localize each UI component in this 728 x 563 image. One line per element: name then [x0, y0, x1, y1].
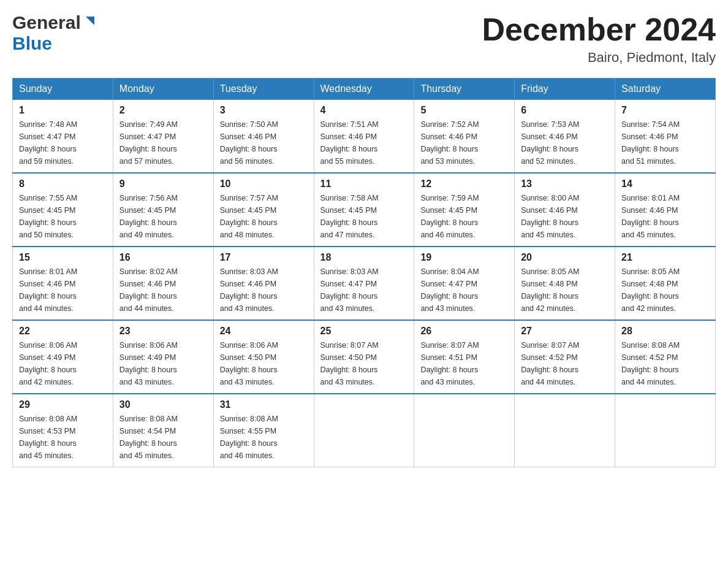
- day-number: 21: [621, 252, 709, 263]
- calendar-cell: 21Sunrise: 8:05 AMSunset: 4:48 PMDayligh…: [615, 247, 716, 320]
- day-number: 28: [621, 326, 709, 337]
- day-number: 18: [320, 252, 408, 263]
- day-info: Sunrise: 8:01 AMSunset: 4:46 PMDaylight:…: [19, 266, 107, 315]
- calendar-cell: 14Sunrise: 8:01 AMSunset: 4:46 PMDayligh…: [615, 173, 716, 247]
- calendar-week-row: 15Sunrise: 8:01 AMSunset: 4:46 PMDayligh…: [13, 247, 716, 320]
- calendar-cell: 6Sunrise: 7:53 AMSunset: 4:46 PMDaylight…: [515, 100, 615, 174]
- logo: General Blue: [12, 12, 94, 54]
- day-number: 8: [19, 178, 107, 190]
- day-info: Sunrise: 8:06 AMSunset: 4:49 PMDaylight:…: [119, 339, 207, 388]
- calendar-cell: [615, 394, 716, 467]
- calendar-cell: 13Sunrise: 8:00 AMSunset: 4:46 PMDayligh…: [515, 173, 615, 247]
- day-number: 2: [119, 105, 207, 116]
- calendar-cell: 15Sunrise: 8:01 AMSunset: 4:46 PMDayligh…: [13, 247, 113, 320]
- day-number: 3: [220, 105, 308, 116]
- day-info: Sunrise: 7:50 AMSunset: 4:46 PMDaylight:…: [220, 118, 308, 167]
- day-number: 13: [521, 178, 609, 190]
- day-number: 17: [220, 252, 308, 263]
- day-info: Sunrise: 7:51 AMSunset: 4:46 PMDaylight:…: [320, 118, 408, 167]
- day-info: Sunrise: 8:01 AMSunset: 4:46 PMDaylight:…: [621, 192, 709, 241]
- day-number: 6: [521, 105, 609, 116]
- day-number: 25: [320, 326, 408, 337]
- day-info: Sunrise: 7:49 AMSunset: 4:47 PMDaylight:…: [119, 118, 207, 167]
- day-number: 24: [220, 326, 308, 337]
- day-info: Sunrise: 8:04 AMSunset: 4:47 PMDaylight:…: [420, 266, 508, 315]
- weekday-header-monday: Monday: [113, 79, 213, 100]
- calendar-week-row: 8Sunrise: 7:55 AMSunset: 4:45 PMDaylight…: [13, 173, 716, 247]
- day-number: 5: [420, 105, 508, 116]
- day-number: 10: [220, 178, 308, 190]
- day-number: 26: [420, 326, 508, 337]
- calendar-cell: 26Sunrise: 8:07 AMSunset: 4:51 PMDayligh…: [414, 320, 515, 394]
- calendar-cell: [314, 394, 414, 467]
- day-number: 23: [119, 326, 207, 337]
- calendar-cell: 8Sunrise: 7:55 AMSunset: 4:45 PMDaylight…: [13, 173, 113, 247]
- calendar-cell: 24Sunrise: 8:06 AMSunset: 4:50 PMDayligh…: [213, 320, 314, 394]
- calendar-cell: 11Sunrise: 7:58 AMSunset: 4:45 PMDayligh…: [314, 173, 414, 247]
- calendar-week-row: 1Sunrise: 7:48 AMSunset: 4:47 PMDaylight…: [13, 100, 716, 174]
- calendar-cell: 23Sunrise: 8:06 AMSunset: 4:49 PMDayligh…: [113, 320, 213, 394]
- calendar-cell: [515, 394, 615, 467]
- day-info: Sunrise: 7:55 AMSunset: 4:45 PMDaylight:…: [19, 192, 107, 241]
- calendar-cell: 7Sunrise: 7:54 AMSunset: 4:46 PMDaylight…: [615, 100, 716, 174]
- calendar-cell: 29Sunrise: 8:08 AMSunset: 4:53 PMDayligh…: [13, 394, 113, 467]
- day-info: Sunrise: 7:48 AMSunset: 4:47 PMDaylight:…: [19, 118, 107, 167]
- weekday-header-friday: Friday: [515, 79, 615, 100]
- day-info: Sunrise: 8:06 AMSunset: 4:49 PMDaylight:…: [19, 339, 107, 388]
- title-block: December 2024 Bairo, Piedmont, Italy: [482, 12, 716, 66]
- day-number: 31: [220, 399, 308, 410]
- calendar-week-row: 22Sunrise: 8:06 AMSunset: 4:49 PMDayligh…: [13, 320, 716, 394]
- calendar-week-row: 29Sunrise: 8:08 AMSunset: 4:53 PMDayligh…: [13, 394, 716, 467]
- calendar-cell: 3Sunrise: 7:50 AMSunset: 4:46 PMDaylight…: [213, 100, 314, 174]
- month-title: December 2024: [482, 12, 716, 47]
- day-info: Sunrise: 8:02 AMSunset: 4:46 PMDaylight:…: [119, 266, 207, 315]
- calendar-cell: 20Sunrise: 8:05 AMSunset: 4:48 PMDayligh…: [515, 247, 615, 320]
- logo-triangle-icon: [83, 15, 94, 29]
- calendar-cell: [414, 394, 515, 467]
- day-info: Sunrise: 8:03 AMSunset: 4:47 PMDaylight:…: [320, 266, 408, 315]
- day-number: 14: [621, 178, 709, 190]
- day-number: 19: [420, 252, 508, 263]
- calendar-cell: 5Sunrise: 7:52 AMSunset: 4:46 PMDaylight…: [414, 100, 515, 174]
- day-info: Sunrise: 8:08 AMSunset: 4:52 PMDaylight:…: [621, 339, 709, 388]
- calendar-cell: 31Sunrise: 8:08 AMSunset: 4:55 PMDayligh…: [213, 394, 314, 467]
- svg-marker-0: [86, 17, 94, 25]
- day-number: 30: [119, 399, 207, 410]
- day-info: Sunrise: 7:58 AMSunset: 4:45 PMDaylight:…: [320, 192, 408, 241]
- day-number: 9: [119, 178, 207, 190]
- day-info: Sunrise: 8:03 AMSunset: 4:46 PMDaylight:…: [220, 266, 308, 315]
- calendar-header-row: SundayMondayTuesdayWednesdayThursdayFrid…: [13, 79, 716, 100]
- day-info: Sunrise: 8:07 AMSunset: 4:51 PMDaylight:…: [420, 339, 508, 388]
- calendar-cell: 25Sunrise: 8:07 AMSunset: 4:50 PMDayligh…: [314, 320, 414, 394]
- calendar-cell: 22Sunrise: 8:06 AMSunset: 4:49 PMDayligh…: [13, 320, 113, 394]
- day-info: Sunrise: 7:59 AMSunset: 4:45 PMDaylight:…: [420, 192, 508, 241]
- day-number: 1: [19, 105, 107, 116]
- weekday-header-saturday: Saturday: [615, 79, 716, 100]
- calendar-cell: 19Sunrise: 8:04 AMSunset: 4:47 PMDayligh…: [414, 247, 515, 320]
- day-number: 7: [621, 105, 709, 116]
- day-info: Sunrise: 7:52 AMSunset: 4:46 PMDaylight:…: [420, 118, 508, 167]
- calendar-cell: 1Sunrise: 7:48 AMSunset: 4:47 PMDaylight…: [13, 100, 113, 174]
- day-number: 20: [521, 252, 609, 263]
- calendar-cell: 4Sunrise: 7:51 AMSunset: 4:46 PMDaylight…: [314, 100, 414, 174]
- calendar-cell: 27Sunrise: 8:07 AMSunset: 4:52 PMDayligh…: [515, 320, 615, 394]
- calendar-cell: 17Sunrise: 8:03 AMSunset: 4:46 PMDayligh…: [213, 247, 314, 320]
- logo-general-text: General: [12, 12, 81, 33]
- weekday-header-tuesday: Tuesday: [213, 79, 314, 100]
- calendar-cell: 18Sunrise: 8:03 AMSunset: 4:47 PMDayligh…: [314, 247, 414, 320]
- weekday-header-thursday: Thursday: [414, 79, 515, 100]
- day-info: Sunrise: 7:56 AMSunset: 4:45 PMDaylight:…: [119, 192, 207, 241]
- day-number: 27: [521, 326, 609, 337]
- day-info: Sunrise: 8:08 AMSunset: 4:53 PMDaylight:…: [19, 413, 107, 462]
- day-info: Sunrise: 7:54 AMSunset: 4:46 PMDaylight:…: [621, 118, 709, 167]
- calendar-cell: 12Sunrise: 7:59 AMSunset: 4:45 PMDayligh…: [414, 173, 515, 247]
- day-number: 4: [320, 105, 408, 116]
- day-info: Sunrise: 8:07 AMSunset: 4:52 PMDaylight:…: [521, 339, 609, 388]
- calendar-table: SundayMondayTuesdayWednesdayThursdayFrid…: [12, 78, 716, 467]
- calendar-cell: 2Sunrise: 7:49 AMSunset: 4:47 PMDaylight…: [113, 100, 213, 174]
- day-info: Sunrise: 7:53 AMSunset: 4:46 PMDaylight:…: [521, 118, 609, 167]
- day-info: Sunrise: 8:08 AMSunset: 4:54 PMDaylight:…: [119, 413, 207, 462]
- day-info: Sunrise: 8:06 AMSunset: 4:50 PMDaylight:…: [220, 339, 308, 388]
- calendar-cell: 9Sunrise: 7:56 AMSunset: 4:45 PMDaylight…: [113, 173, 213, 247]
- day-number: 15: [19, 252, 107, 263]
